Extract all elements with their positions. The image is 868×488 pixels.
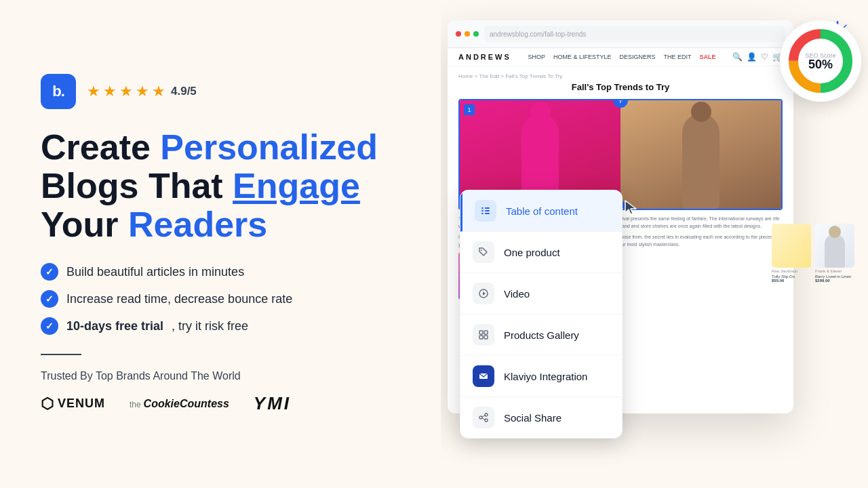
star-3: ★ xyxy=(119,83,133,100)
product-item-2: Frank & Eileen Barry Lived-in Linen $299… xyxy=(815,224,854,283)
svg-rect-21 xyxy=(479,336,483,339)
star-5: ★ xyxy=(152,83,165,100)
right-panel: andrewsblog.com/fall-top-trends ANDREWS … xyxy=(441,0,868,488)
features-list: Build beautiful articles in minutes Incr… xyxy=(41,263,400,335)
nav-designers: DESIGNERS xyxy=(619,54,655,60)
product-brand-2: Frank & Eileen xyxy=(815,269,854,273)
menu-item-video[interactable]: Video xyxy=(460,273,622,314)
svg-rect-11 xyxy=(485,207,490,209)
trusted-label: Trusted By Top Brands Around The World xyxy=(41,370,400,382)
account-icon: 👤 xyxy=(747,52,757,62)
headline-create: Create xyxy=(41,127,160,167)
wishlist-icon: ♡ xyxy=(761,52,768,62)
rating-score: 4.9/5 xyxy=(171,85,197,98)
menu-item-table-of-content[interactable]: Table of content xyxy=(460,190,622,232)
nav-shop: SHOP xyxy=(528,54,545,60)
headline: Create Personalized Blogs That Engage Yo… xyxy=(41,128,400,245)
svg-point-26 xyxy=(485,419,488,422)
dot-close xyxy=(456,31,461,37)
headline-readers: Readers xyxy=(128,205,267,244)
hero-img-right xyxy=(620,100,781,209)
menu-label-table-of-content: Table of content xyxy=(506,205,578,217)
star-2: ★ xyxy=(103,83,117,100)
nav-edit: THE EDIT xyxy=(663,54,691,60)
blog-nav: SHOP HOME & LIFESTYLE DESIGNERS THE EDIT… xyxy=(528,54,715,60)
star-4: ★ xyxy=(136,83,149,100)
svg-rect-10 xyxy=(481,207,484,209)
image-number: 1 xyxy=(464,104,475,115)
seo-score-widget: SEO Score 50% xyxy=(780,20,861,102)
menu-label-products-gallery: Products Gallery xyxy=(504,329,579,341)
browser-dots xyxy=(456,31,479,37)
product-brand-1: Rae Jacobson xyxy=(772,269,811,273)
menu-label-video: Video xyxy=(504,288,530,300)
menu-item-klaviyo[interactable]: Klaviyo Integration xyxy=(460,356,622,397)
svg-rect-14 xyxy=(481,213,484,214)
cookie-countess-logo: the CookieCountess xyxy=(130,398,229,410)
breadcrumb: Home > The Edit > Fall's Top Trends To T… xyxy=(458,73,783,79)
menu-label-one-product: One product xyxy=(504,247,560,258)
headline-personalized: Personalized xyxy=(160,127,378,167)
play-icon xyxy=(473,283,494,304)
blog-logo: ANDREWS xyxy=(458,53,511,61)
feature-3: 10-days free trial , try it risk free xyxy=(41,317,400,335)
blog-post-title: Fall's Top Trends to Try xyxy=(458,82,783,92)
seo-donut-chart: SEO Score 50% xyxy=(783,24,858,98)
svg-rect-15 xyxy=(485,213,490,214)
search-icon: 🔍 xyxy=(732,52,743,62)
share-icon xyxy=(473,407,494,428)
nav-sale: SALE xyxy=(699,54,715,60)
section-divider xyxy=(41,354,81,355)
svg-rect-20 xyxy=(484,331,488,334)
logo-rating-row: b. ★ ★ ★ ★ ★ 4.9/5 xyxy=(41,74,400,109)
app-logo: b. xyxy=(41,74,76,109)
svg-rect-12 xyxy=(481,210,484,211)
star-1: ★ xyxy=(87,83,100,100)
product-img-2 xyxy=(815,224,854,268)
svg-line-27 xyxy=(482,415,485,417)
blog-header-icons: 🔍 👤 ♡ 🛒 xyxy=(732,52,783,62)
browser-bar: andrewsblog.com/fall-top-trends xyxy=(448,20,793,48)
feature-3-after: , try it risk free xyxy=(172,319,248,333)
brand-logos: ⬡ VENUM the CookieCountess YMI xyxy=(41,393,400,414)
venum-text: VENUM xyxy=(58,396,105,411)
headline-your: Your xyxy=(41,205,128,244)
product-thumbnails: Rae Jacobson Tully Slip-On $55.00 Frank … xyxy=(772,224,854,283)
browser-url-bar[interactable]: andrewsblog.com/fall-top-trends xyxy=(484,26,785,42)
left-panel: b. ★ ★ ★ ★ ★ 4.9/5 Create Personalized B… xyxy=(0,0,441,488)
check-icon-3 xyxy=(41,317,58,335)
svg-point-24 xyxy=(485,413,488,416)
nav-home: HOME & LIFESTYLE xyxy=(553,54,612,60)
menu-item-products-gallery[interactable]: Products Gallery xyxy=(460,314,622,356)
dropdown-menu: Table of content One product Video xyxy=(460,190,623,439)
mail-icon xyxy=(473,365,494,387)
list-icon xyxy=(475,200,496,222)
feature-2-text: Increase read time, decrease bounce rate xyxy=(66,292,292,306)
product-price-1: $55.00 xyxy=(772,279,811,283)
menu-label-klaviyo: Klaviyo Integration xyxy=(504,371,587,382)
feature-1: Build beautiful articles in minutes xyxy=(41,263,400,281)
dot-maximize xyxy=(473,31,479,37)
svg-rect-19 xyxy=(479,331,483,334)
venum-logo: ⬡ VENUM xyxy=(41,395,105,413)
feature-1-text: Build beautiful articles in minutes xyxy=(66,265,244,279)
menu-label-social-share: Social Share xyxy=(504,412,561,424)
star-rating: ★ ★ ★ ★ ★ 4.9/5 xyxy=(87,83,197,100)
menu-item-one-product[interactable]: One product xyxy=(460,232,622,273)
check-icon-1 xyxy=(41,263,58,281)
check-icon-2 xyxy=(41,290,58,308)
blog-header: ANDREWS SHOP HOME & LIFESTYLE DESIGNERS … xyxy=(448,48,793,66)
headline-engage: Engage xyxy=(233,166,360,205)
svg-line-28 xyxy=(482,418,485,420)
menu-item-social-share[interactable]: Social Share xyxy=(460,397,622,438)
feature-3-bold: 10-days free trial xyxy=(66,319,163,333)
svg-point-16 xyxy=(481,249,482,251)
person-figure-brown xyxy=(682,114,719,209)
product-price-2: $299.00 xyxy=(815,279,854,283)
grid-icon xyxy=(473,324,494,346)
browser-url-text: andrewsblog.com/fall-top-trends xyxy=(490,30,586,38)
ymi-logo: YMI xyxy=(254,393,291,414)
svg-marker-18 xyxy=(483,291,486,296)
svg-rect-22 xyxy=(484,336,488,339)
dot-minimize xyxy=(465,31,470,37)
